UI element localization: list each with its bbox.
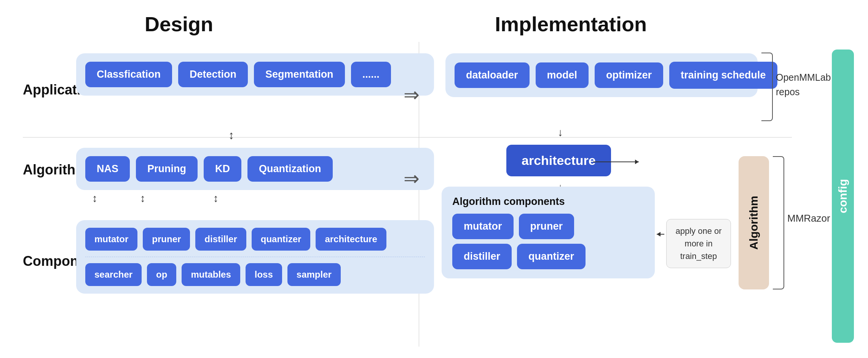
btn-pruning: Pruning [136, 156, 198, 182]
btn-optimizer: optimizer [595, 62, 663, 88]
impl-architecture-box: architecture [506, 145, 611, 176]
btn-impl-distiller: distiller [452, 244, 512, 269]
btn-nas: NAS [85, 156, 130, 182]
impl-application-container: dataloader model optimizer training sche… [445, 53, 758, 97]
vertical-algorithm-label: Algorithm [747, 196, 760, 250]
design-application-container: Classfication Detection Segmentation ...… [76, 53, 434, 96]
algo-comp-row-2: distiller quantizer [452, 244, 644, 269]
btn-dataloader: dataloader [455, 62, 530, 88]
h-divider-1 [23, 137, 792, 137]
btn-architecture-design: architecture [316, 228, 386, 251]
component-row-2: searcher op mutables loss sampler [85, 263, 425, 286]
btn-distiller: distiller [195, 228, 246, 251]
mmrazor-bracket [773, 156, 784, 289]
btn-detection: Detection [178, 62, 248, 87]
btn-quantizer: quantizer [252, 228, 311, 251]
config-label: config [836, 179, 849, 213]
arrow-apply-left [657, 234, 664, 235]
btn-sampler: sampler [287, 263, 341, 286]
btn-more: ...... [351, 62, 391, 87]
btn-model: model [536, 62, 589, 88]
comp-dashed-line [85, 257, 425, 257]
openmmlab-bracket [761, 53, 773, 121]
arrow-kd-distiller: ↕ [213, 192, 219, 205]
arrow-model-arch: ↓ [558, 126, 563, 139]
main-diagram: Design Implementation Application Algori… [0, 0, 868, 358]
apply-text-box: apply one or more in train_step [666, 219, 731, 268]
btn-loss: loss [246, 263, 282, 286]
arrow-app-algo: ↕ [228, 129, 234, 142]
btn-pruner: pruner [143, 228, 190, 251]
btn-segmentation: Segmentation [254, 62, 345, 87]
btn-impl-quantizer: quantizer [517, 244, 586, 269]
implementation-header: Implementation [495, 12, 647, 36]
algo-comp-grid: mutator pruner distiller quantizer [452, 214, 644, 269]
arrow-pruning-pruner: ↕ [140, 192, 145, 205]
algo-comp-title: Algorithm components [452, 196, 644, 208]
design-header: Design [145, 12, 213, 36]
btn-mutator: mutator [85, 228, 137, 251]
arrow-nas-mutator: ↕ [92, 192, 97, 205]
btn-classification: Classfication [85, 62, 172, 87]
openmmlab-label: OpenMMLabrepos [776, 70, 831, 99]
config-bar: config [832, 50, 854, 343]
component-row-1: mutator pruner distiller quantizer archi… [85, 228, 425, 251]
design-component-container: mutator pruner distiller quantizer archi… [76, 220, 434, 294]
algo-comp-row-1: mutator pruner [452, 214, 644, 239]
big-arrow-algorithm: ⇒ [404, 168, 420, 190]
arrow-arch-to-algorithm [593, 161, 639, 162]
mmrazor-label: MMRazor [787, 213, 830, 224]
design-algorithm-container: NAS Pruning KD Quantization [76, 148, 434, 190]
btn-impl-mutator: mutator [452, 214, 514, 239]
btn-impl-pruner: pruner [519, 214, 574, 239]
btn-searcher: searcher [85, 263, 142, 286]
btn-op: op [147, 263, 176, 286]
big-arrow-application: ⇒ [404, 84, 420, 106]
btn-kd: KD [204, 156, 241, 182]
btn-quantization: Quantization [247, 156, 333, 182]
btn-mutables: mutables [182, 263, 240, 286]
vertical-algorithm-box: Algorithm [739, 156, 769, 289]
impl-algorithm-components: Algorithm components mutator pruner dist… [442, 187, 655, 278]
